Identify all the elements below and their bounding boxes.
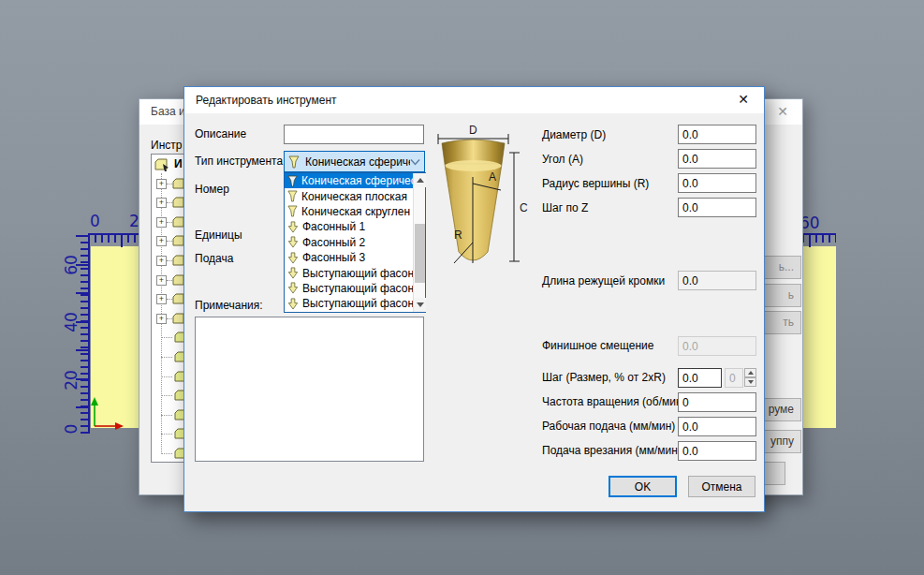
expand-icon[interactable]: + bbox=[156, 217, 167, 228]
description-label: Описание bbox=[195, 127, 246, 140]
spindle-speed-label: Частота вращения (об/мин) bbox=[542, 395, 686, 408]
angle-label: Угол (A) bbox=[542, 153, 583, 166]
diagram-label-d: D bbox=[469, 124, 477, 137]
work-feed-input[interactable] bbox=[678, 417, 756, 436]
dropdown-item[interactable]: Выступающий фасонн bbox=[285, 265, 414, 280]
tool-type-label: Тип инструмента bbox=[195, 155, 283, 168]
finish-offset-input bbox=[678, 336, 756, 356]
diameter-input[interactable] bbox=[678, 125, 756, 144]
edit-tool-dialog: Редактировать инструмент ✕ Описание Тип … bbox=[183, 86, 765, 512]
expand-icon[interactable]: + bbox=[156, 236, 167, 246]
h-ruler-label-0: 0 bbox=[90, 212, 100, 230]
v-ruler-label-60: 60 bbox=[62, 248, 81, 282]
dropdown-item[interactable]: Фасонный 2 bbox=[285, 235, 414, 250]
tool-type-dropdown: Коническая сферичес Коническая плоская К… bbox=[284, 172, 426, 313]
angle-input[interactable] bbox=[678, 149, 756, 169]
dropdown-scrollbar[interactable] bbox=[413, 173, 425, 312]
finish-offset-label: Финишное смещение bbox=[542, 339, 653, 352]
tip-radius-label: Радиус вершины (R) bbox=[542, 177, 649, 190]
number-label: Номер bbox=[195, 183, 229, 196]
cone-tool-icon bbox=[288, 155, 300, 169]
close-icon[interactable]: ✕ bbox=[734, 92, 753, 107]
tree-root-label: И bbox=[174, 157, 183, 170]
step-size-label: Шаг (Размер, % от 2xR) bbox=[542, 371, 666, 384]
expand-icon[interactable]: + bbox=[156, 198, 167, 208]
dropdown-item[interactable]: Коническая плоская bbox=[285, 188, 414, 203]
spin-down-icon[interactable] bbox=[744, 377, 756, 387]
chevron-down-icon bbox=[410, 158, 420, 166]
close-icon[interactable]: ✕ bbox=[774, 104, 791, 119]
expand-icon[interactable]: + bbox=[156, 294, 167, 304]
diameter-label: Диаметр (D) bbox=[542, 128, 606, 141]
ok-button[interactable]: OK bbox=[609, 476, 677, 497]
z-step-input[interactable] bbox=[678, 198, 756, 217]
form-tool-icon bbox=[287, 267, 299, 279]
form-tool-icon bbox=[287, 298, 299, 310]
spindle-speed-input[interactable] bbox=[678, 392, 756, 412]
expand-icon[interactable]: + bbox=[156, 275, 167, 286]
step-percent-input bbox=[725, 368, 743, 388]
tree-header-label: Инстр bbox=[151, 139, 182, 152]
expand-icon[interactable]: + bbox=[156, 256, 167, 266]
form-tool-icon bbox=[287, 252, 299, 264]
dropdown-item[interactable]: Коническая сферичес bbox=[285, 173, 414, 188]
work-feed-label: Рабочая подача (мм/мин) bbox=[542, 420, 675, 433]
cancel-button[interactable]: Отмена bbox=[688, 476, 755, 497]
form-tool-icon bbox=[287, 282, 299, 294]
scroll-up-icon[interactable] bbox=[414, 173, 426, 187]
edge-length-input[interactable] bbox=[678, 271, 756, 290]
combobox-value: Коническая сферичес bbox=[305, 155, 410, 169]
cone-tool-icon bbox=[287, 205, 298, 217]
expand-icon[interactable]: + bbox=[156, 314, 167, 324]
diagram-label-c: C bbox=[520, 201, 528, 214]
dropdown-item[interactable]: Фасонный 1 bbox=[285, 219, 414, 234]
tool-diagram: D C A R bbox=[426, 123, 531, 274]
diagram-label-r: R bbox=[454, 229, 462, 242]
scrollbar-thumb[interactable] bbox=[415, 224, 425, 283]
v-ruler-label-40: 40 bbox=[62, 305, 81, 339]
units-label: Единицы bbox=[195, 229, 242, 242]
tool-database-title: База и bbox=[151, 105, 185, 118]
tip-radius-input[interactable] bbox=[678, 173, 756, 193]
dialog-title: Редактировать инструмент bbox=[196, 94, 337, 107]
dropdown-item[interactable]: Выступающий фасонн bbox=[285, 296, 414, 311]
plunge-feed-label: Подача врезания (мм/мин) bbox=[542, 444, 682, 457]
dropdown-item[interactable]: Коническая скруглен bbox=[285, 204, 414, 219]
form-tool-icon bbox=[287, 236, 299, 248]
plunge-feed-input[interactable] bbox=[678, 441, 756, 461]
origin-axes-icon bbox=[86, 394, 127, 432]
feed-label: Подача bbox=[195, 252, 233, 265]
description-input[interactable] bbox=[284, 125, 424, 144]
notes-textarea[interactable] bbox=[195, 317, 424, 462]
spin-up-icon[interactable] bbox=[744, 368, 756, 377]
v-ruler-label-0: 0 bbox=[62, 412, 81, 446]
dropdown-item[interactable]: Фасонный 3 bbox=[285, 250, 414, 265]
root-folder-icon bbox=[154, 158, 171, 171]
step-spinner[interactable] bbox=[744, 368, 756, 388]
notes-label: Примечания: bbox=[195, 299, 263, 312]
step-size-input[interactable] bbox=[678, 368, 722, 388]
z-step-label: Шаг по Z bbox=[542, 201, 588, 214]
cone-tool-icon bbox=[287, 190, 298, 202]
expand-icon[interactable]: + bbox=[156, 179, 167, 189]
v-ruler-label-20: 20 bbox=[62, 363, 81, 397]
dropdown-item[interactable]: Выступающий фасонн bbox=[285, 281, 414, 296]
cone-tool-icon bbox=[287, 175, 298, 187]
tool-type-combobox[interactable]: Коническая сферичес bbox=[284, 151, 425, 172]
form-tool-icon bbox=[287, 221, 299, 233]
edge-length-label: Длина режущей кромки bbox=[542, 274, 665, 288]
scroll-down-icon[interactable] bbox=[414, 298, 426, 312]
diagram-label-a: A bbox=[489, 170, 496, 184]
